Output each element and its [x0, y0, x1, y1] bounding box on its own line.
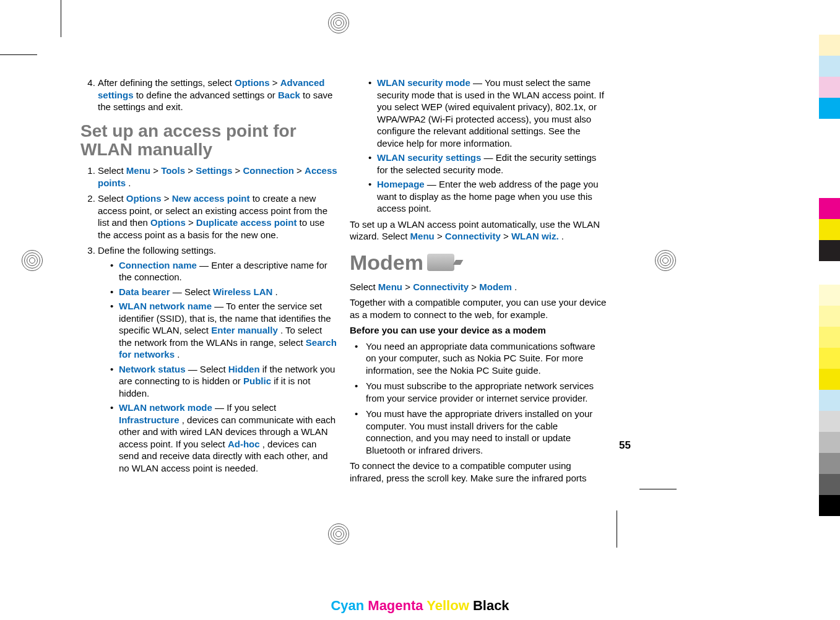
- registration-mark-bottom: [328, 523, 348, 543]
- text: .: [275, 286, 277, 297]
- paragraph: To set up a WLAN access point automatica…: [350, 218, 607, 243]
- text: >: [405, 282, 413, 292]
- ui-term: Menu: [378, 282, 402, 292]
- list-item: WLAN network mode — If you select Infras…: [110, 402, 337, 474]
- yellow-label: Yellow: [426, 598, 469, 613]
- list-item: Data bearer — Select Wireless LAN .: [110, 286, 337, 298]
- text: >: [272, 77, 280, 88]
- text: .: [514, 282, 517, 292]
- text: — If you select: [215, 402, 276, 413]
- list-item: WLAN security mode — You must select the…: [368, 77, 607, 149]
- text: >: [164, 193, 172, 204]
- text: >: [235, 165, 243, 176]
- list-item: After defining the settings, select Opti…: [98, 77, 337, 113]
- ui-term: Connection: [243, 165, 294, 176]
- text: Define the following settings.: [98, 245, 216, 256]
- list-item: You must subscribe to the appropriate ne…: [355, 380, 607, 404]
- ui-term: Connectivity: [413, 282, 469, 292]
- list-item: Homepage — Enter the web address of the …: [368, 178, 607, 215]
- list-item: WLAN security settings — Edit the securi…: [368, 152, 607, 176]
- registration-mark-top: [328, 12, 348, 32]
- text: >: [153, 165, 161, 176]
- ui-term: Options: [235, 77, 270, 88]
- ui-term: Hidden: [228, 364, 260, 374]
- paragraph: Select Menu > Connectivity > Modem .: [350, 281, 607, 293]
- page-content: After defining the settings, select Opti…: [80, 74, 607, 488]
- magenta-label: Magenta: [368, 598, 423, 613]
- section-heading-modem: Modem: [350, 249, 607, 276]
- ui-term: New access point: [172, 193, 250, 204]
- ui-term: Ad-hoc: [228, 439, 260, 449]
- crop-mark: [617, 510, 617, 548]
- subheading: Before you can use your device as a mode…: [350, 324, 607, 337]
- black-label: Black: [473, 598, 509, 613]
- ui-term: Back: [278, 90, 300, 100]
- ui-term: Homepage: [377, 179, 425, 189]
- ui-term: Data bearer: [119, 286, 170, 297]
- ui-term: Enter manually: [211, 325, 278, 335]
- ui-term: Public: [243, 376, 271, 386]
- ui-term: Tools: [161, 165, 185, 176]
- ui-term: WLAN network mode: [119, 402, 212, 413]
- text: to define the advanced settings or: [136, 90, 278, 100]
- crop-mark: [0, 54, 37, 55]
- cyan-label: Cyan: [331, 598, 364, 613]
- text: — You must select the same security mode…: [377, 77, 604, 149]
- ui-term: Options: [150, 217, 186, 228]
- registration-mark-right: [655, 250, 675, 270]
- crop-mark: [61, 0, 61, 37]
- text: — Select: [188, 364, 228, 374]
- text: >: [188, 165, 196, 176]
- list-item: Connection name — Enter a descriptive na…: [110, 259, 337, 283]
- ui-term: Connectivity: [445, 231, 501, 241]
- color-bar: [819, 198, 840, 261]
- section-heading: Set up an access point for WLAN manually: [80, 122, 337, 160]
- ui-term: WLAN security settings: [377, 152, 481, 163]
- text: >: [503, 231, 511, 241]
- list-item: WLAN network name — To enter the service…: [110, 300, 337, 361]
- color-bar: [819, 285, 840, 516]
- text: Select: [98, 165, 126, 176]
- ui-term: Duplicate access point: [196, 217, 297, 228]
- text: After defining the settings, select: [98, 77, 235, 88]
- ui-term: Menu: [126, 165, 150, 176]
- list-item: You need an appropriate data communicati…: [355, 340, 607, 377]
- cmyk-label: Cyan Magenta Yellow Black: [331, 598, 509, 614]
- ui-term: Network status: [119, 364, 186, 374]
- color-bar: [819, 35, 840, 119]
- ui-term: Modem: [479, 282, 512, 292]
- text: .: [128, 178, 131, 188]
- text: — Select: [173, 286, 213, 297]
- ui-term: Settings: [196, 165, 232, 176]
- text: Select: [350, 282, 378, 292]
- list-item: Select Options > New access point to cre…: [98, 192, 337, 241]
- text: Select: [98, 193, 126, 204]
- paragraph: To connect the device to a compatible co…: [350, 460, 607, 484]
- text: >: [471, 282, 479, 292]
- text: >: [437, 231, 445, 241]
- ui-term: WLAN wiz.: [511, 231, 559, 241]
- left-column: After defining the settings, select Opti…: [80, 74, 337, 488]
- page-number: 55: [619, 439, 631, 452]
- modem-icon: [427, 254, 454, 271]
- list-item: You must have the appropriate drivers in…: [355, 408, 607, 456]
- paragraph: Together with a compatible computer, you…: [350, 296, 607, 321]
- list-item: Define the following settings. Connectio…: [98, 244, 337, 474]
- list-item: Network status — Select Hidden if the ne…: [110, 363, 337, 400]
- text: >: [297, 165, 305, 176]
- ui-term: Wireless LAN: [213, 286, 273, 297]
- ui-term: Options: [126, 193, 162, 204]
- ui-term: WLAN network name: [119, 301, 212, 311]
- text: >: [188, 217, 196, 228]
- registration-mark-left: [22, 250, 41, 270]
- ui-term: WLAN security mode: [377, 77, 470, 88]
- crop-mark: [639, 489, 677, 489]
- text: .: [177, 349, 180, 360]
- list-item: Select Menu > Tools > Settings > Connect…: [98, 165, 337, 189]
- ui-term: Connection name: [119, 260, 197, 270]
- ui-term: Menu: [410, 231, 435, 241]
- heading-text: Modem: [350, 249, 423, 276]
- right-column: WLAN security mode — You must select the…: [350, 74, 607, 488]
- ui-term: Infrastructure: [119, 415, 180, 425]
- text: .: [561, 231, 564, 241]
